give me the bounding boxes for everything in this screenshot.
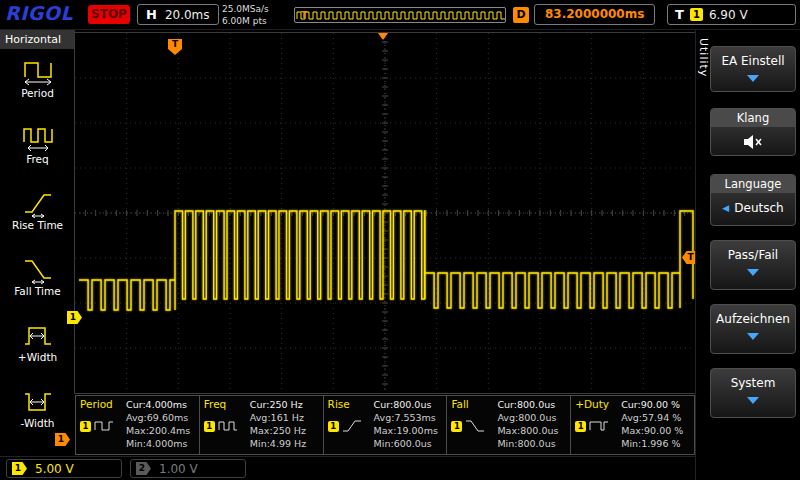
channel-1-status[interactable]: 1 5.00 V	[6, 459, 122, 478]
preview-trigger-marker: T	[301, 8, 307, 22]
chevron-down-icon	[747, 269, 759, 276]
fall-time-icon	[21, 254, 55, 284]
ch1-badge: 1	[451, 421, 462, 432]
delay-label: D	[513, 7, 529, 23]
measurement-rise[interactable]: Rise 1 Cur:800.0us Avg:7.553ms Max:19.00…	[323, 395, 448, 455]
memory-depth: 6.00M pts	[222, 15, 269, 27]
preview-waveform	[295, 8, 505, 22]
menu-item-rise-time[interactable]: Rise Time	[0, 188, 75, 231]
delay-center-marker-icon	[378, 33, 388, 40]
menu-item-period[interactable]: Period	[0, 56, 75, 99]
menu-item-fall-time[interactable]: Fall Time	[0, 254, 75, 297]
delay-box[interactable]: D 83.2000000ms	[513, 4, 655, 25]
menu-button-klang[interactable]: Klang	[710, 108, 796, 156]
utility-menu: Utility EA Einstell Klang Language ◀ Deu…	[695, 30, 800, 480]
measurement-fall[interactable]: Fall 1 Cur:800.0us Avg:800.0us Max:800.0…	[446, 395, 571, 455]
measurement-bar: Period 1 Cur:4.000ms Avg:69.60ms Max:200…	[75, 395, 695, 455]
plus-width-icon	[21, 320, 55, 350]
fall-glyph-icon	[464, 419, 486, 433]
ch1-badge: 1	[328, 421, 339, 432]
channel-2-marker: 2	[136, 462, 151, 475]
chevron-down-icon	[747, 333, 759, 340]
trigger-level-value: 6.90 V	[709, 8, 748, 22]
sample-rate: 25.0MSa/s	[222, 3, 269, 15]
trigger-status-box[interactable]: T 1 6.90 V	[667, 4, 796, 25]
ch1-waveform	[79, 211, 693, 310]
channel-1-marker: 1	[12, 462, 27, 475]
measurement-plus-duty[interactable]: +Duty 1 Cur:90.00 % Avg:57.94 % Max:90.0…	[570, 395, 695, 455]
utility-menu-title: Utility	[697, 38, 710, 77]
trigger-source-badge: 1	[690, 8, 703, 21]
trigger-label: T	[675, 7, 684, 22]
channel-2-scale: 1.00 V	[159, 462, 198, 476]
channel-1-scale: 5.00 V	[35, 462, 74, 476]
rise-glyph-icon	[341, 419, 363, 433]
status-bar: RIGOL STOP H 20.0ms 25.0MSa/s 6.00M pts …	[0, 0, 800, 30]
run-state-badge: STOP	[88, 5, 130, 24]
ch1-badge: 1	[204, 421, 215, 432]
menu-button-pass-fail[interactable]: Pass/Fail	[710, 240, 796, 290]
measure-menu: Horizontal Period Freq Rise Time	[0, 30, 75, 456]
menu-button-ea-einstell[interactable]: EA Einstell	[710, 46, 796, 92]
freq-icon	[21, 122, 55, 152]
menu-item-plus-width[interactable]: +Width	[0, 320, 75, 363]
acquisition-info: 25.0MSa/s 6.00M pts	[222, 3, 269, 27]
timebase-value: 20.0ms	[165, 8, 210, 22]
minus-width-icon	[21, 386, 55, 416]
waveform-display: T T 1	[74, 32, 696, 394]
ch1-badge: 1	[575, 421, 586, 432]
menu-button-system[interactable]: System	[710, 368, 796, 418]
sound-off-icon	[742, 133, 764, 151]
menu-item-freq[interactable]: Freq	[0, 122, 75, 165]
delay-value: 83.2000000ms	[534, 4, 655, 25]
rigol-logo: RIGOL	[5, 2, 73, 24]
waveform-preview-strip[interactable]: T	[294, 7, 506, 23]
chevron-left-icon: ◀	[722, 203, 729, 213]
chevron-down-icon	[747, 75, 759, 82]
freq-glyph-icon	[217, 419, 239, 433]
graticule-grid	[75, 33, 695, 393]
menu-button-aufzeichnen[interactable]: Aufzeichnen	[710, 304, 796, 354]
period-icon	[21, 56, 55, 86]
oscilloscope-ui: RIGOL STOP H 20.0ms 25.0MSa/s 6.00M pts …	[0, 0, 800, 480]
duty-glyph-icon	[588, 419, 610, 433]
channel-bar: 1 5.00 V 2 1.00 V	[0, 456, 800, 480]
menu-button-language[interactable]: Language ◀ Deutsch	[710, 174, 796, 226]
ch1-badge: 1	[80, 421, 91, 432]
chevron-down-icon	[747, 397, 759, 404]
measure-menu-title: Horizontal	[0, 30, 75, 49]
period-glyph-icon	[93, 419, 115, 433]
language-value: Deutsch	[734, 201, 783, 215]
channel-2-status[interactable]: 2 1.00 V	[130, 459, 246, 478]
horizontal-timebase-box[interactable]: H 20.0ms	[137, 4, 219, 25]
rise-time-icon	[21, 188, 55, 218]
measurement-period[interactable]: Period 1 Cur:4.000ms Avg:69.60ms Max:200…	[75, 395, 200, 455]
measurement-freq[interactable]: Freq 1 Cur:250 Hz Avg:161 Hz Max:250 Hz …	[199, 395, 324, 455]
horizontal-label: H	[146, 7, 157, 22]
menu-item-minus-width[interactable]: -Width	[0, 386, 75, 429]
